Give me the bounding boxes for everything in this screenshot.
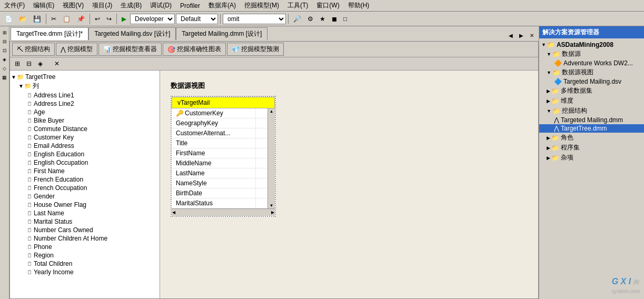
menu-tools[interactable]: 工具(T) xyxy=(285,1,310,11)
menu-edit[interactable]: 编辑(E) xyxy=(31,1,56,11)
tree-col-fr-occ[interactable]: 🗒French Occupation xyxy=(10,184,160,192)
tree-col-customerkey[interactable]: 🗒Customer Key xyxy=(10,133,160,142)
right-item-assemblies[interactable]: ▶ 📁 程序集 xyxy=(539,143,644,153)
left-btn-6[interactable]: ▦ xyxy=(1,73,9,82)
tab-targeted-mailing-dmm[interactable]: Targeted Mailing.dmm [设计] xyxy=(176,27,267,40)
tree-col-age[interactable]: 🗒Age xyxy=(10,108,160,116)
tab-scroll-right[interactable]: ▶ xyxy=(517,31,526,40)
left-btn-5[interactable]: ◇ xyxy=(1,64,9,73)
menu-window[interactable]: 窗口(W) xyxy=(314,1,341,11)
tree-col-numchildren[interactable]: 🗒Number Children At Home xyxy=(10,234,160,243)
tab-close-btn[interactable]: ✕ xyxy=(527,31,537,40)
tree-col-lastname[interactable]: 🗒Last Name xyxy=(10,209,160,217)
mining-tab-predict[interactable]: 💎 挖掘模型预测 xyxy=(227,43,284,56)
mining-tab-viewer[interactable]: 📊 挖掘模型查看器 xyxy=(98,43,162,56)
cell-title[interactable]: Title xyxy=(172,138,256,148)
extra-btn4[interactable]: ◼ xyxy=(329,14,340,24)
redo-btn[interactable]: ↪ xyxy=(104,14,114,24)
table-row-birthdate[interactable]: BirthDate xyxy=(172,188,267,198)
tree-col-gender[interactable]: 🗒Gender xyxy=(10,192,160,201)
paste-btn[interactable]: 📌 xyxy=(74,14,87,24)
menu-build[interactable]: 生成(B) xyxy=(118,1,144,11)
menu-profiler[interactable]: Profiler xyxy=(178,2,202,10)
menu-view[interactable]: 视图(V) xyxy=(61,1,86,11)
tree-col-eng-edu[interactable]: 🗒English Education xyxy=(10,150,160,158)
tool-btn-4[interactable]: ✕ xyxy=(52,58,62,69)
tool-btn-2[interactable]: ⊟ xyxy=(24,58,34,69)
tree-col-yearlyincome[interactable]: 🗒Yearly Income xyxy=(10,268,160,276)
tree-col-eng-occ[interactable]: 🗒English Occupation xyxy=(10,158,160,167)
config-dropdown[interactable]: Default xyxy=(176,14,218,24)
left-btn-3[interactable]: ⊡ xyxy=(1,46,9,55)
table-row-maritalstatus[interactable]: MaritalStatus xyxy=(172,198,267,208)
right-item-adventureworks[interactable]: 🔶 Adventure Works DW2... xyxy=(539,59,644,67)
table-row-customerkey[interactable]: 🔑CustomerKey xyxy=(172,108,267,118)
tab-targeted-mailing-dsv[interactable]: Targeted Mailing.dsv [设计] xyxy=(88,27,176,40)
scroll-left-btn[interactable]: ◀ xyxy=(172,210,175,215)
right-item-targettree-dmm[interactable]: ⋀ TargetTree.dmm xyxy=(539,124,644,133)
right-item-datasource[interactable]: ▼ 📁 数据源 xyxy=(539,49,644,59)
cell-namestyle[interactable]: NameStyle xyxy=(172,178,256,188)
mining-tab-accuracy[interactable]: 🎯 挖掘准确性图表 xyxy=(163,43,226,56)
open-btn[interactable]: 📂 xyxy=(16,14,29,24)
table-row-namestyle[interactable]: NameStyle xyxy=(172,178,267,188)
table-name-header[interactable]: vTargetMail xyxy=(172,97,256,108)
tree-col-houseowner[interactable]: 🗒House Owner Flag xyxy=(10,201,160,209)
tree-col-marital[interactable]: 🗒Marital Status xyxy=(10,217,160,226)
tree-col-bikebuyer[interactable]: 🗒Bike Buyer xyxy=(10,116,160,125)
copy-btn[interactable]: 📋 xyxy=(60,14,73,24)
table-row-firstname[interactable]: FirstName xyxy=(172,148,267,158)
cell-lastname[interactable]: LastName xyxy=(172,168,256,178)
right-item-mining-structure[interactable]: ▼ 📁 挖掘结构 xyxy=(539,106,644,116)
tree-col-region[interactable]: 🗒Region xyxy=(10,251,160,260)
cell-customeralt[interactable]: CustomerAlternat... xyxy=(172,128,256,138)
menu-file[interactable]: 文件(F) xyxy=(2,1,27,11)
menu-database[interactable]: 数据库(A) xyxy=(206,1,238,11)
tree-col-commute[interactable]: 🗒Commute Distance xyxy=(10,125,160,133)
new-btn[interactable]: 📄 xyxy=(2,14,15,24)
menu-project[interactable]: 项目(J) xyxy=(90,1,114,11)
table-row-geographykey[interactable]: GeographyKey xyxy=(172,118,267,128)
left-btn-4[interactable]: ◈ xyxy=(1,55,9,64)
menu-help[interactable]: 帮助(H) xyxy=(346,1,372,11)
cut-btn[interactable]: ✂ xyxy=(48,14,59,24)
cell-customerkey[interactable]: 🔑CustomerKey xyxy=(172,108,256,118)
vertical-scrollbar[interactable]: ▲ ▼ xyxy=(267,108,275,208)
tree-col-email[interactable]: 🗒Email Address xyxy=(10,142,160,150)
extra-btn3[interactable]: ★ xyxy=(317,14,328,24)
cell-birthdate[interactable]: BirthDate xyxy=(172,188,256,198)
undo-btn[interactable]: ↩ xyxy=(92,14,103,24)
menu-debug[interactable]: 调试(D) xyxy=(148,1,174,11)
left-btn-1[interactable]: ⊞ xyxy=(1,28,9,37)
extra-btn5[interactable]: □ xyxy=(341,14,350,24)
table-row-lastname[interactable]: LastName xyxy=(172,168,267,178)
columns-expand-icon[interactable]: ▼ xyxy=(18,83,24,89)
table-row-customeralt[interactable]: CustomerAlternat... xyxy=(172,128,267,138)
right-item-datasourceview[interactable]: ▼ 📁 数据源视图 xyxy=(539,67,644,77)
tool-btn-1[interactable]: ⊞ xyxy=(12,58,23,69)
right-item-targeted-mailing-dmm[interactable]: ⋀ Targeted Mailing.dmm xyxy=(539,116,644,124)
right-item-misc[interactable]: ▶ 📁 杂项 xyxy=(539,153,644,163)
omit-dropdown[interactable]: omit xyxy=(223,14,286,24)
root-expand-icon[interactable]: ▼ xyxy=(11,74,16,80)
right-item-targeted-mailing-dsv[interactable]: 🔷 Targeted Mailing.dsv xyxy=(539,77,644,86)
tree-col-numcars[interactable]: 🗒Number Cars Owned xyxy=(10,226,160,234)
tree-col-address1[interactable]: 🗒Address Line1 xyxy=(10,91,160,99)
extra-btn2[interactable]: ⚙ xyxy=(305,14,316,24)
cell-maritalstatus[interactable]: MaritalStatus xyxy=(172,198,256,208)
tab-targettree[interactable]: TargetTree.dmm [设计]* xyxy=(11,27,88,40)
scroll-right-btn[interactable]: ▶ xyxy=(271,210,274,215)
run-btn[interactable]: ▶ xyxy=(119,14,129,24)
scroll-up-btn[interactable]: ▲ xyxy=(270,109,274,114)
tree-col-firstname[interactable]: 🗒First Name xyxy=(10,167,160,175)
tree-col-fr-edu[interactable]: 🗒French Education xyxy=(10,175,160,184)
tree-col-phone[interactable]: 🗒Phone xyxy=(10,243,160,251)
table-row-title[interactable]: Title xyxy=(172,138,267,148)
horizontal-scrollbar[interactable]: ◀ ▶ xyxy=(172,208,275,216)
mode-dropdown[interactable]: Developer xyxy=(130,14,175,24)
extra-btn1[interactable]: 🔎 xyxy=(291,14,304,24)
right-item-multidim[interactable]: ▶ 📁 多维数据集 xyxy=(539,86,644,96)
right-item-roles[interactable]: ▶ 📁 角色 xyxy=(539,133,644,143)
mining-tab-structure[interactable]: ⛏ 挖掘结构 xyxy=(12,43,55,56)
tree-root[interactable]: ▼ 📁 TargetTree xyxy=(10,73,160,81)
